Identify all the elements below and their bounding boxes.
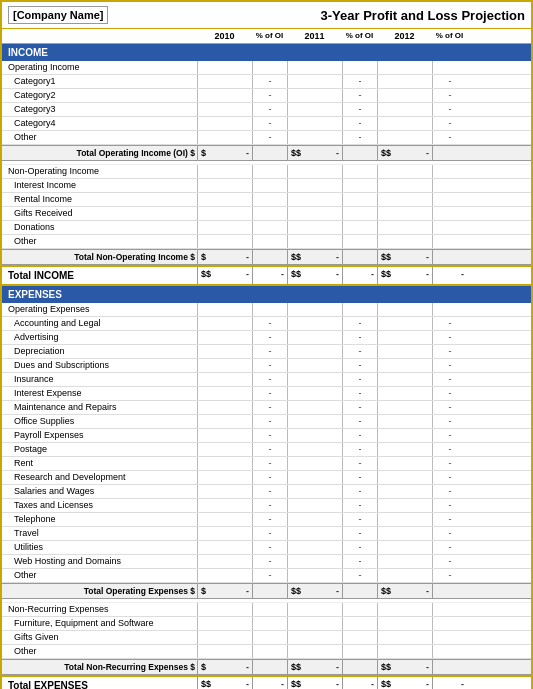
list-item: Interest Income [2, 179, 531, 193]
list-item: Payroll Expenses - - - [2, 429, 531, 443]
list-item: Advertising - - - [2, 331, 531, 345]
total-operating-expenses-row: Total Operating Expenses $ - $- $- [2, 583, 531, 599]
column-headers: 2010 % of OI 2011 % of OI 2012 % of OI [2, 29, 531, 44]
list-item: Insurance - - - [2, 373, 531, 387]
operating-income-label-row: Operating Income [2, 61, 531, 75]
list-item: Category1 - - - [2, 75, 531, 89]
list-item: Gifts Received [2, 207, 531, 221]
total-expenses-row: Total EXPENSES $- - $- - $- - [2, 675, 531, 689]
list-item: Interest Expense - - - [2, 387, 531, 401]
list-item: Category4 - - - [2, 117, 531, 131]
list-item: Rental Income [2, 193, 531, 207]
total-income-row: Total INCOME $- - $- - $- - [2, 265, 531, 286]
list-item: Furniture, Equipment and Software [2, 617, 531, 631]
list-item: Travel - - - [2, 527, 531, 541]
list-item: Web Hosting and Domains - - - [2, 555, 531, 569]
list-item: Depreciation - - - [2, 345, 531, 359]
list-item: Other [2, 645, 531, 659]
col-year1: 2010 [197, 31, 252, 41]
list-item: Category2 - - - [2, 89, 531, 103]
list-item: Research and Development - - - [2, 471, 531, 485]
income-section-header: INCOME [2, 44, 531, 61]
operating-income-label: Operating Income [2, 61, 197, 74]
list-item: Dues and Subscriptions - - - [2, 359, 531, 373]
company-name[interactable]: [Company Name] [8, 6, 108, 24]
list-item: Office Supplies - - - [2, 415, 531, 429]
report-title: 3-Year Profit and Loss Projection [321, 8, 525, 23]
total-non-recurring-expenses-row: Total Non-Recurring Expenses $ - $- $- [2, 659, 531, 675]
cat1-2011[interactable] [291, 76, 339, 86]
col-pct1: % of OI [252, 31, 287, 41]
cat1-2012[interactable] [381, 76, 429, 86]
list-item: Rent - - - [2, 457, 531, 471]
header: [Company Name] 3-Year Profit and Loss Pr… [2, 2, 531, 29]
list-item: Other - - - [2, 569, 531, 583]
operating-expenses-label-row: Operating Expenses [2, 303, 531, 317]
list-item: Other - - - [2, 131, 531, 145]
list-item: Accounting and Legal - - - [2, 317, 531, 331]
col-pct3: % of OI [432, 31, 467, 41]
list-item: Salaries and Wages - - - [2, 485, 531, 499]
non-operating-income-label-row: Non-Operating Income [2, 165, 531, 179]
col-year2: 2011 [287, 31, 342, 41]
telephone-row: Telephone - - - [2, 513, 531, 527]
col-pct2: % of OI [342, 31, 377, 41]
list-item: Taxes and Licenses - - - [2, 499, 531, 513]
list-item: Maintenance and Repairs - - - [2, 401, 531, 415]
list-item: Gifts Given [2, 631, 531, 645]
col-year3: 2012 [377, 31, 432, 41]
total-non-operating-income-row: Total Non-Operating Income $ - $- $- [2, 249, 531, 265]
expenses-section-header: EXPENSES [2, 286, 531, 303]
list-item: Other [2, 235, 531, 249]
list-item: Utilities - - - [2, 541, 531, 555]
list-item: Donations [2, 221, 531, 235]
non-operating-income-label: Non-Operating Income [2, 165, 197, 178]
list-item: Postage - - - [2, 443, 531, 457]
non-recurring-expenses-label-row: Non-Recurring Expenses [2, 603, 531, 617]
col-label [2, 31, 197, 41]
total-operating-income-row: Total Operating Income (OI) $ - $- $- [2, 145, 531, 161]
cat1-2010[interactable] [201, 76, 249, 86]
list-item: Category3 - - - [2, 103, 531, 117]
